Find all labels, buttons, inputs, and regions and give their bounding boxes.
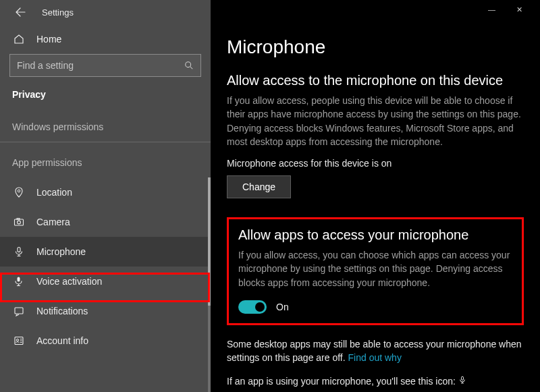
highlight-box-apps-access: Allow apps to access your microphone If …	[227, 217, 524, 325]
sidebar-item-label: Location	[36, 187, 72, 198]
settings-sidebar: Settings Home Privacy Windows permission…	[0, 0, 211, 392]
camera-icon	[14, 217, 24, 227]
search-input[interactable]	[17, 60, 172, 71]
notifications-icon	[14, 306, 24, 316]
page-title: Microphone	[227, 12, 524, 73]
window-title: Settings	[42, 7, 74, 18]
find-out-why-link[interactable]: Find out why	[348, 352, 402, 363]
microphone-icon	[14, 246, 24, 257]
home-icon	[14, 34, 24, 45]
sidebar-item-label: Camera	[36, 217, 70, 227]
svg-rect-2	[15, 219, 24, 225]
apps-access-toggle[interactable]	[238, 300, 267, 314]
account-info-icon	[14, 335, 24, 346]
group-app-permissions: App permissions	[0, 142, 211, 168]
svg-point-3	[18, 221, 21, 224]
svg-rect-7	[15, 308, 23, 314]
sidebar-section-label: Privacy	[0, 77, 211, 100]
device-access-status: Microphone access for this device is on	[227, 158, 524, 175]
nav-list: Location Camera Microphone Voice activat…	[0, 177, 211, 356]
svg-rect-6	[18, 277, 20, 282]
svg-point-0	[186, 62, 191, 67]
sidebar-item-label: Account info	[36, 335, 88, 346]
app-using-note: If an app is using your microphone, you'…	[227, 374, 524, 388]
main-panel: — ✕ Microphone Allow access to the micro…	[211, 0, 540, 392]
change-button[interactable]: Change	[227, 175, 291, 198]
location-icon	[14, 187, 24, 198]
svg-point-1	[18, 190, 20, 192]
toggle-state-label: On	[276, 302, 289, 312]
svg-point-9	[16, 339, 18, 341]
microphone-inline-icon	[458, 375, 466, 385]
section-heading-apps-access: Allow apps to access your microphone	[238, 227, 512, 248]
sidebar-item-notifications[interactable]: Notifications	[0, 296, 211, 326]
section-heading-device-access: Allow access to the microphone on this d…	[227, 73, 524, 94]
svg-rect-5	[18, 248, 20, 252]
sidebar-item-account-info[interactable]: Account info	[0, 326, 211, 356]
window-controls[interactable]: — ✕	[488, 5, 532, 14]
sidebar-item-microphone[interactable]: Microphone	[0, 237, 211, 267]
desktop-apps-note: Some desktop apps may still be able to a…	[227, 337, 524, 365]
search-box[interactable]	[9, 54, 201, 77]
back-icon[interactable]	[15, 7, 26, 18]
search-icon	[184, 61, 194, 70]
section-desc-device-access: If you allow access, people using this d…	[227, 94, 524, 158]
voice-activation-icon	[14, 276, 24, 287]
section-desc-apps-access: If you allow access, you can choose whic…	[238, 248, 512, 296]
sidebar-item-camera[interactable]: Camera	[0, 207, 211, 237]
sidebar-item-location[interactable]: Location	[0, 177, 211, 207]
sidebar-item-label: Voice activation	[36, 276, 102, 287]
sidebar-item-label: Notifications	[36, 306, 88, 316]
sidebar-item-home[interactable]: Home	[0, 24, 211, 54]
group-windows-permissions: Windows permissions	[0, 100, 211, 132]
sidebar-item-label: Microphone	[36, 246, 86, 257]
svg-rect-10	[461, 376, 463, 380]
sidebar-item-label: Home	[36, 34, 61, 45]
sidebar-item-voice-activation[interactable]: Voice activation	[0, 267, 211, 296]
